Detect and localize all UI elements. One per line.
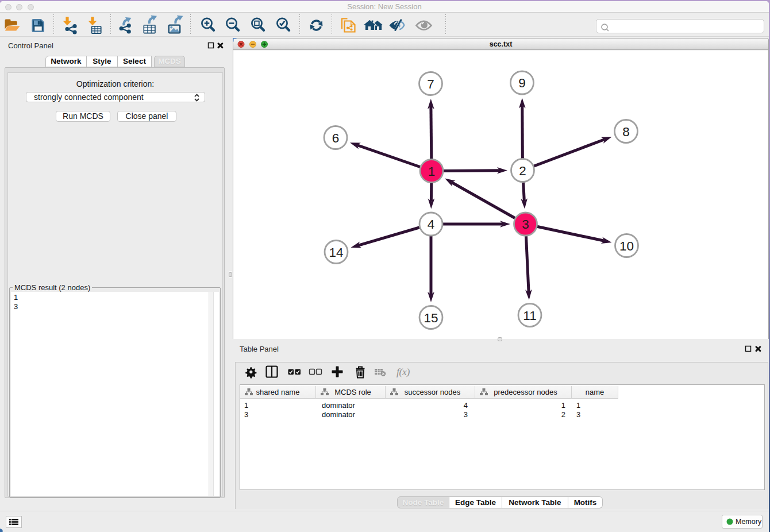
svg-text:15: 15 [424,311,438,325]
svg-text:9: 9 [518,76,526,90]
svg-text:1: 1 [428,164,436,179]
svg-text:3: 3 [522,217,529,232]
svg-text:6: 6 [332,131,340,145]
svg-text:7: 7 [427,77,434,91]
svg-text:11: 11 [523,309,536,323]
svg-text:14: 14 [329,245,343,260]
svg-text:4: 4 [428,217,435,232]
svg-text:2: 2 [519,164,526,178]
svg-text:10: 10 [619,239,634,253]
svg-text:8: 8 [622,125,630,139]
svg-text:f(x): f(x) [396,366,410,377]
